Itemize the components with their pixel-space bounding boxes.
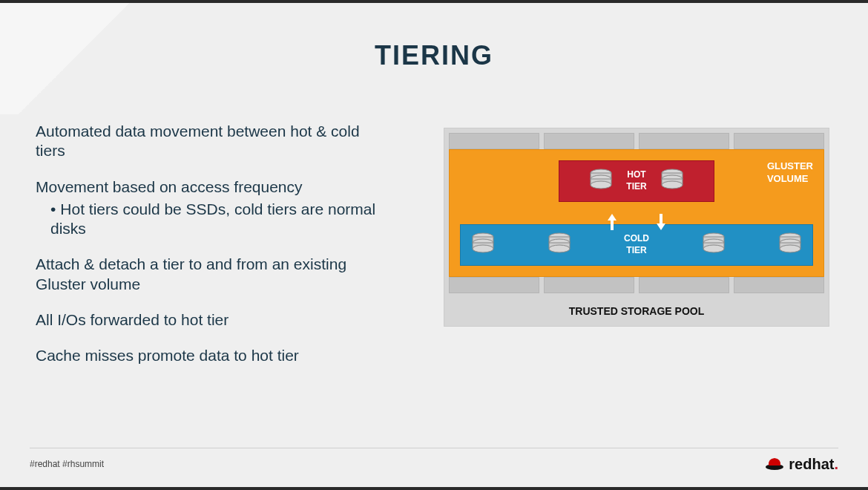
svg-point-9: [662, 181, 683, 189]
svg-point-19: [549, 245, 570, 252]
bullet-item: Cache misses promote data to hot tier: [36, 346, 392, 365]
hot-tier-label-line1: HOT: [626, 169, 646, 181]
bullet-list: Automated data movement between hot & co…: [36, 122, 392, 382]
cold-tier-label: COLD TIER: [624, 233, 649, 256]
gluster-volume-box: GLUSTER VOLUME HOT TIER: [449, 149, 824, 277]
brick: [449, 133, 539, 149]
hot-tier-box: HOT TIER: [559, 160, 714, 202]
bullet-text: Cache misses promote data to hot tier: [36, 346, 392, 365]
disk-icon: [548, 232, 571, 258]
footer-hashtags: #redhat #rhsummit: [30, 459, 104, 469]
disk-icon: [589, 169, 613, 194]
redhat-logo: redhat: [765, 454, 838, 474]
bullet-item: Attach & detach a tier to and from an ex…: [36, 255, 392, 294]
brick: [734, 133, 824, 149]
cold-tier-box: COLD TIER: [460, 224, 813, 266]
cold-tier-label-line2: TIER: [624, 245, 649, 257]
bullet-text: Automated data movement between hot & co…: [36, 122, 392, 161]
trusted-storage-pool-label: TRUSTED STORAGE POOL: [444, 298, 829, 326]
bullet-item: Automated data movement between hot & co…: [36, 122, 392, 161]
brick: [734, 277, 824, 293]
cold-tier-label-line1: COLD: [624, 233, 649, 245]
gluster-volume-label-line2: VOLUME: [767, 173, 813, 186]
bricks-row-top: [444, 128, 829, 149]
bullet-item: Movement based on access frequency Hot t…: [36, 177, 392, 239]
gluster-volume-label: GLUSTER VOLUME: [767, 160, 813, 186]
hot-tier-label: HOT TIER: [626, 169, 646, 192]
slide-title: TIERING: [0, 40, 868, 71]
footer-divider: [30, 448, 838, 448]
svg-point-24: [703, 245, 724, 252]
bricks-row-bottom: [444, 277, 829, 298]
brick: [544, 277, 634, 293]
tiering-diagram: GLUSTER VOLUME HOT TIER: [444, 128, 829, 327]
brick: [639, 133, 729, 149]
bullet-item: All I/Os forwarded to hot tier: [36, 310, 392, 330]
svg-point-29: [780, 245, 800, 252]
brick: [544, 133, 634, 149]
redhat-logo-text: redhat: [789, 456, 838, 473]
disk-icon: [471, 232, 495, 258]
svg-point-4: [591, 181, 611, 189]
bullet-sub-text: Hot tiers could be SSDs, cold tiers are …: [50, 200, 392, 239]
redhat-hat-icon: [765, 454, 784, 474]
hot-tier-label-line2: TIER: [626, 181, 646, 193]
bullet-text: Attach & detach a tier to and from an ex…: [36, 255, 392, 294]
disk-icon: [702, 232, 726, 258]
brick: [639, 277, 729, 293]
brick: [449, 277, 539, 293]
bullet-text: All I/Os forwarded to hot tier: [36, 310, 392, 330]
slide: TIERING Automated data movement between …: [0, 3, 868, 487]
bullet-text: Movement based on access frequency: [36, 177, 392, 197]
disk-icon: [660, 169, 684, 194]
svg-point-14: [473, 245, 493, 252]
disk-icon: [778, 232, 802, 258]
gluster-volume-label-line1: GLUSTER: [767, 160, 813, 173]
